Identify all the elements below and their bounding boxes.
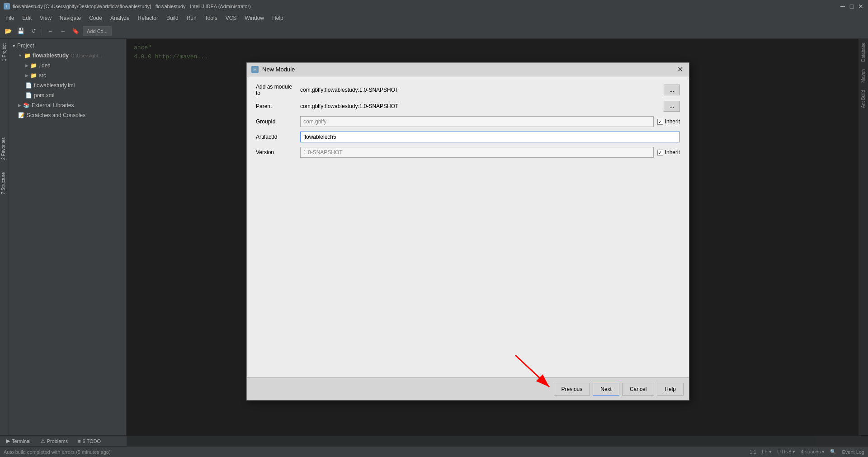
iml-label: flowablestudy.iml: [34, 82, 75, 89]
modal-overlay: M New Module ✕ Add as module to com.gblf…: [127, 39, 868, 446]
status-message: Auto build completed with errors (5 minu…: [4, 449, 111, 455]
pom-icon: 📄: [25, 92, 32, 99]
open-folder-button[interactable]: 📂: [3, 26, 14, 37]
parent-label: Parent: [256, 103, 297, 109]
version-inherit-checkbox[interactable]: ✓: [657, 150, 663, 155]
sidebar-item-ext-libs[interactable]: ▶ 📚 External Libraries: [9, 100, 126, 110]
sidebar-item-idea[interactable]: ▶ 📁 .idea: [9, 61, 126, 71]
menu-analyze[interactable]: Analyze: [107, 14, 133, 22]
sidebar-item-pom[interactable]: 📄 pom.xml: [9, 90, 126, 100]
sidebar-project-header[interactable]: ▾ Project: [9, 41, 126, 51]
groupid-input[interactable]: [300, 116, 654, 127]
menu-view[interactable]: View: [36, 14, 55, 22]
todo-icon: ≡: [78, 438, 80, 444]
project-tab[interactable]: 1 Project: [1, 41, 8, 64]
line-separator[interactable]: LF ▾: [762, 449, 772, 455]
project-sidebar: ▾ Project ▼ 📁 flowablestudy C:\Users\gbl…: [9, 39, 127, 446]
add-commit-button[interactable]: Add Co...: [83, 26, 112, 36]
src-label: src: [39, 72, 46, 79]
scratches-icon: 📝: [18, 112, 25, 118]
groupid-inherit-checkbox[interactable]: ✓: [657, 119, 663, 125]
artifactid-row: ArtifactId: [256, 132, 680, 142]
structure-label[interactable]: 7 Structure: [0, 170, 7, 196]
problems-tab[interactable]: ⚠ Problems: [36, 437, 72, 445]
encoding-indicator[interactable]: UTF-8 ▾: [777, 449, 795, 455]
menu-run[interactable]: Run: [183, 14, 200, 22]
ext-libs-chevron: ▶: [18, 103, 21, 108]
bookmark-button[interactable]: 🔖: [70, 26, 81, 37]
event-log-label[interactable]: Event Log: [842, 449, 864, 455]
version-input[interactable]: [300, 147, 654, 158]
pom-label: pom.xml: [34, 92, 54, 99]
save-button[interactable]: 💾: [15, 26, 26, 37]
modal-title-text: New Module: [262, 66, 672, 73]
maximize-button[interactable]: □: [848, 3, 855, 10]
status-bar: Auto build completed with errors (5 minu…: [0, 446, 868, 457]
refresh-button[interactable]: ↺: [28, 26, 39, 37]
modal-close-button[interactable]: ✕: [675, 65, 684, 74]
left-tab-strip: 1 Project: [0, 39, 9, 446]
folder-icon: 📁: [24, 52, 31, 59]
toolbar: 📂 💾 ↺ ← → 🔖 Add Co...: [0, 24, 868, 39]
todo-label: 6 TODO: [82, 438, 101, 444]
menu-window[interactable]: Window: [241, 14, 268, 22]
window-controls: ─ □ ✕: [839, 3, 864, 10]
sidebar-root-item[interactable]: ▼ 📁 flowablestudy C:\Users\gbl...: [9, 51, 126, 61]
cursor-position: 1:1: [750, 449, 756, 455]
menu-help[interactable]: Help: [269, 14, 287, 22]
menu-build[interactable]: Build: [163, 14, 182, 22]
menu-refactor[interactable]: Refactor: [134, 14, 162, 22]
menu-navigate[interactable]: Navigate: [56, 14, 85, 22]
ext-libs-icon: 📚: [23, 102, 30, 108]
minimize-button[interactable]: ─: [839, 3, 846, 10]
cancel-button[interactable]: Cancel: [622, 383, 654, 396]
menu-bar: File Edit View Navigate Code Analyze Ref…: [0, 13, 868, 24]
modal-content-area: [247, 170, 689, 377]
sidebar-root-path: C:\Users\gbl...: [71, 53, 102, 58]
modal-footer: Previous Next Cancel Help: [247, 377, 689, 400]
ext-libs-label: External Libraries: [32, 102, 74, 108]
window-title: flowablestudy [C:\Users\gblfy\Desktop\Wo…: [13, 4, 836, 9]
groupid-inherit-label: Inherit: [665, 118, 680, 125]
parent-browse-button[interactable]: ...: [664, 101, 680, 112]
sidebar-section: ▾ Project ▼ 📁 flowablestudy C:\Users\gbl…: [9, 39, 126, 122]
src-chevron: ▶: [25, 73, 28, 78]
modal-body: Add as module to com.gblfy:flowablestudy…: [247, 76, 689, 170]
artifactid-input[interactable]: [300, 132, 680, 142]
terminal-label: Terminal: [12, 438, 31, 444]
menu-vcs[interactable]: VCS: [222, 14, 241, 22]
terminal-icon: ▶: [6, 438, 10, 444]
menu-file[interactable]: File: [2, 14, 18, 22]
sidebar-item-iml[interactable]: 📄 flowablestudy.iml: [9, 80, 126, 90]
main-layout: 1 Project ▾ Project ▼ 📁 flowablestudy C:…: [0, 39, 868, 446]
menu-edit[interactable]: Edit: [19, 14, 35, 22]
version-inherit-label: Inherit: [665, 149, 680, 155]
sidebar-root-label: flowablestudy: [33, 52, 69, 59]
previous-button[interactable]: Previous: [554, 383, 590, 396]
menu-code[interactable]: Code: [85, 14, 106, 22]
left-side-panels: 2 Favorites 7 Structure: [0, 136, 9, 196]
add-module-label: Add as module to: [256, 84, 297, 96]
sidebar-item-scratches[interactable]: 📝 Scratches and Consoles: [9, 110, 126, 120]
search-icon: 🔍: [830, 449, 836, 455]
forward-button[interactable]: →: [57, 26, 68, 37]
indent-indicator[interactable]: 4 spaces ▾: [801, 449, 825, 455]
version-label: Version: [256, 149, 297, 155]
status-right: 1:1 LF ▾ UTF-8 ▾ 4 spaces ▾ 🔍 Event Log: [750, 449, 864, 455]
groupid-label: GroupId: [256, 118, 297, 125]
toolbar-separator-1: [42, 27, 42, 36]
iml-icon: 📄: [25, 82, 32, 89]
close-button[interactable]: ✕: [857, 3, 864, 10]
terminal-tab[interactable]: ▶ Terminal: [2, 437, 35, 445]
back-button[interactable]: ←: [45, 26, 56, 37]
problems-label: Problems: [47, 438, 68, 444]
editor-area: ance" 4.0.0 http://maven... Database Mav…: [127, 39, 868, 446]
help-button[interactable]: Help: [657, 383, 684, 396]
todo-tab[interactable]: ≡ 6 TODO: [73, 438, 105, 445]
menu-tools[interactable]: Tools: [201, 14, 221, 22]
scratches-label: Scratches and Consoles: [27, 112, 85, 118]
favorites-label[interactable]: 2 Favorites: [0, 136, 7, 161]
add-module-browse-button[interactable]: ...: [664, 85, 680, 95]
sidebar-item-src[interactable]: ▶ 📁 src: [9, 71, 126, 80]
next-button[interactable]: Next: [593, 383, 619, 396]
